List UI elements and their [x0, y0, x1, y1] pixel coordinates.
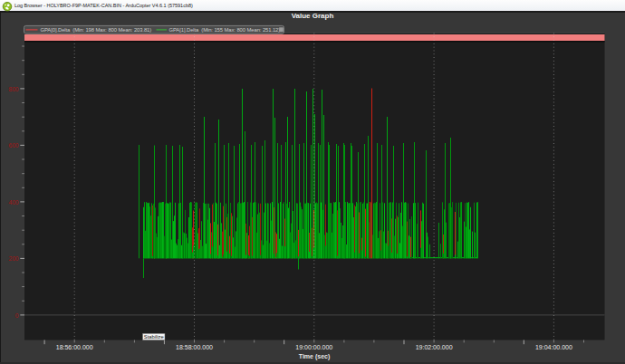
svg-text:19:00:00.000: 19:00:00.000	[295, 344, 332, 350]
svg-text:800: 800	[8, 86, 18, 92]
svg-text:GPA[0].Delta (Min: 198 Max: 8: GPA[0].Delta (Min: 198 Max: 800 Mean: 20…	[41, 27, 152, 33]
svg-text:200: 200	[8, 255, 18, 262]
svg-text:19:04:00.000: 19:04:00.000	[535, 344, 572, 350]
svg-text:600: 600	[8, 142, 18, 148]
svg-text:0: 0	[15, 312, 19, 319]
svg-text:19:02:00.000: 19:02:00.000	[416, 344, 453, 350]
svg-text:Stabilize: Stabilize	[144, 334, 164, 340]
svg-text:GPA[1].Delta (Min: 155 Max: 8: GPA[1].Delta (Min: 155 Max: 800 Mean: 25…	[169, 27, 281, 33]
svg-text:Time (sec): Time (sec)	[299, 353, 331, 360]
svg-text:18:58:00.000: 18:58:00.000	[176, 344, 213, 350]
svg-text:400: 400	[8, 199, 18, 206]
svg-text:18:56:00.000: 18:56:00.000	[56, 344, 93, 350]
